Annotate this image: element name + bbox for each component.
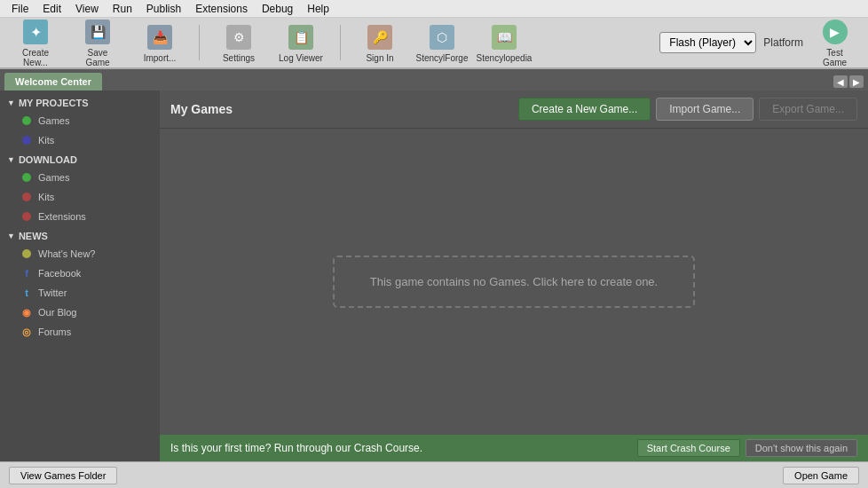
banner-text: Is this your first time? Run through our… <box>170 442 637 454</box>
bottom-banner: Is this your first time? Run through our… <box>160 435 868 461</box>
menu-extensions[interactable]: Extensions <box>188 1 255 17</box>
sidebar-section-header-news[interactable]: ▼ NEWS <box>0 228 160 244</box>
sidebar: ▼ MY PROJECTS Games Kits ▼ DOWNLOAD Game… <box>0 91 160 461</box>
platform-section: Flash (Player) Flash (AIR) HTML5 iOS And… <box>659 14 859 71</box>
new-icon: ✦ <box>23 20 48 44</box>
import-icon: 📥 <box>147 25 172 50</box>
main-layout: ▼ MY PROJECTS Games Kits ▼ DOWNLOAD Game… <box>0 91 868 461</box>
menu-debug[interactable]: Debug <box>255 1 300 17</box>
stencylforge-label: StencylForge <box>416 53 469 63</box>
whats-new-icon <box>20 247 34 261</box>
create-new-button[interactable]: ✦ Create New... <box>9 14 62 71</box>
dont-show-button[interactable]: Don't show this again <box>746 439 857 457</box>
sign-in-icon: 🔑 <box>367 25 392 50</box>
test-game-label: Test Game <box>814 48 856 67</box>
toolbar-separator-2 <box>340 25 341 60</box>
tab-next-button[interactable]: ▶ <box>849 75 864 88</box>
sidebar-item-forums[interactable]: ◎ Forums <box>0 322 160 342</box>
sign-in-button[interactable]: 🔑 Sign In <box>353 20 406 67</box>
sidebar-item-label-download-games: Games <box>38 172 69 183</box>
menu-publish[interactable]: Publish <box>139 1 188 17</box>
sidebar-item-label-my-kits: Kits <box>38 135 54 146</box>
stencylopedia-icon: 📖 <box>492 25 517 50</box>
start-crash-course-button[interactable]: Start Crash Course <box>637 439 740 457</box>
twitter-icon: t <box>20 286 34 300</box>
save-game-label: Save Game <box>75 48 121 67</box>
log-viewer-button[interactable]: 📋 Log Viewer <box>274 20 327 67</box>
settings-label: Settings <box>223 53 255 63</box>
sign-in-label: Sign In <box>366 53 393 63</box>
view-games-folder-button[interactable]: View Games Folder <box>9 467 117 484</box>
stencylforge-icon: ⬡ <box>430 25 454 50</box>
status-bar: View Games Folder Open Game <box>0 461 868 488</box>
create-new-game-button[interactable]: Create a New Game... <box>518 98 651 121</box>
download-kits-icon <box>20 190 34 204</box>
tab-prev-button[interactable]: ◀ <box>833 75 848 88</box>
sidebar-section-header-download[interactable]: ▼ DOWNLOAD <box>0 152 160 168</box>
sidebar-item-label-my-games: Games <box>38 115 69 126</box>
toolbar-separator-1 <box>199 25 200 60</box>
import-label: Import... <box>144 53 177 63</box>
log-viewer-icon: 📋 <box>288 25 313 50</box>
content-body: This game contains no Games. Click here … <box>160 129 868 435</box>
toolbar: ✦ Create New... 💾 Save Game 📥 Import... … <box>0 18 868 69</box>
sidebar-item-download-kits[interactable]: Kits <box>0 187 160 207</box>
import-game-button[interactable]: Import Game... <box>656 98 754 121</box>
test-game-button[interactable]: ▶ Test Game <box>810 14 859 71</box>
sidebar-section-label-news: NEWS <box>19 231 48 241</box>
import-button[interactable]: 📥 Import... <box>133 20 186 67</box>
download-games-icon <box>20 170 34 185</box>
kits-icon <box>20 133 34 147</box>
platform-select[interactable]: Flash (Player) Flash (AIR) HTML5 iOS And… <box>659 32 756 53</box>
tab-welcome-center[interactable]: Welcome Center <box>4 73 102 91</box>
create-new-label: Create New... <box>12 48 59 67</box>
log-viewer-label: Log Viewer <box>279 53 323 63</box>
facebook-icon: f <box>20 266 34 280</box>
export-game-button: Export Game... <box>759 98 857 121</box>
sidebar-section-label-my-projects: MY PROJECTS <box>19 98 89 108</box>
empty-state-message[interactable]: This game contains no Games. Click here … <box>333 256 695 308</box>
sidebar-item-my-games[interactable]: Games <box>0 111 160 130</box>
sidebar-item-facebook[interactable]: f Facebook <box>0 264 160 283</box>
test-game-icon: ▶ <box>823 20 848 44</box>
sidebar-item-label-forums: Forums <box>38 327 71 337</box>
sidebar-section-news: ▼ NEWS What's New? f Facebook t Twitter … <box>0 228 160 342</box>
stencylforge-button[interactable]: ⬡ StencylForge <box>415 20 469 67</box>
sidebar-item-label-whats-new: What's New? <box>38 248 95 259</box>
sidebar-section-my-projects: ▼ MY PROJECTS Games Kits <box>0 95 160 150</box>
sidebar-item-label-blog: Our Blog <box>38 307 76 318</box>
stencylopedia-label: Stencylopedia <box>477 53 533 63</box>
tab-navigation: ◀ ▶ <box>833 75 864 91</box>
sidebar-item-label-download-kits: Kits <box>38 192 54 202</box>
extensions-icon <box>20 209 34 224</box>
sidebar-item-my-kits[interactable]: Kits <box>0 130 160 150</box>
collapse-arrow-download: ▼ <box>7 155 15 164</box>
sidebar-section-download: ▼ DOWNLOAD Games Kits Extensions <box>0 152 160 226</box>
sidebar-item-label-extensions: Extensions <box>38 211 86 222</box>
games-icon <box>20 114 34 128</box>
settings-button[interactable]: ⚙ Settings <box>212 20 265 67</box>
content-header: My Games Create a New Game... Import Gam… <box>160 91 868 129</box>
open-game-button[interactable]: Open Game <box>783 467 859 484</box>
sidebar-item-twitter[interactable]: t Twitter <box>0 283 160 303</box>
settings-icon: ⚙ <box>226 25 251 50</box>
sidebar-item-whats-new[interactable]: What's New? <box>0 244 160 264</box>
page-title: My Games <box>170 102 518 116</box>
stencylopedia-button[interactable]: 📖 Stencylopedia <box>477 20 531 67</box>
sidebar-item-extensions[interactable]: Extensions <box>0 207 160 226</box>
sidebar-section-header-my-projects[interactable]: ▼ MY PROJECTS <box>0 95 160 111</box>
sidebar-item-label-facebook: Facebook <box>38 268 81 279</box>
sidebar-section-label-download: DOWNLOAD <box>19 154 77 165</box>
content-area: My Games Create a New Game... Import Gam… <box>160 91 868 461</box>
blog-icon: ◉ <box>20 305 34 319</box>
platform-label: Platform <box>763 36 803 49</box>
menu-help[interactable]: Help <box>300 1 336 17</box>
collapse-arrow-my-projects: ▼ <box>7 98 15 107</box>
sidebar-item-download-games[interactable]: Games <box>0 168 160 187</box>
collapse-arrow-news: ▼ <box>7 232 15 240</box>
save-game-button[interactable]: 💾 Save Game <box>71 14 124 71</box>
save-icon: 💾 <box>85 20 110 44</box>
forums-icon: ◎ <box>20 325 34 339</box>
sidebar-item-blog[interactable]: ◉ Our Blog <box>0 303 160 322</box>
sidebar-item-label-twitter: Twitter <box>38 287 67 298</box>
